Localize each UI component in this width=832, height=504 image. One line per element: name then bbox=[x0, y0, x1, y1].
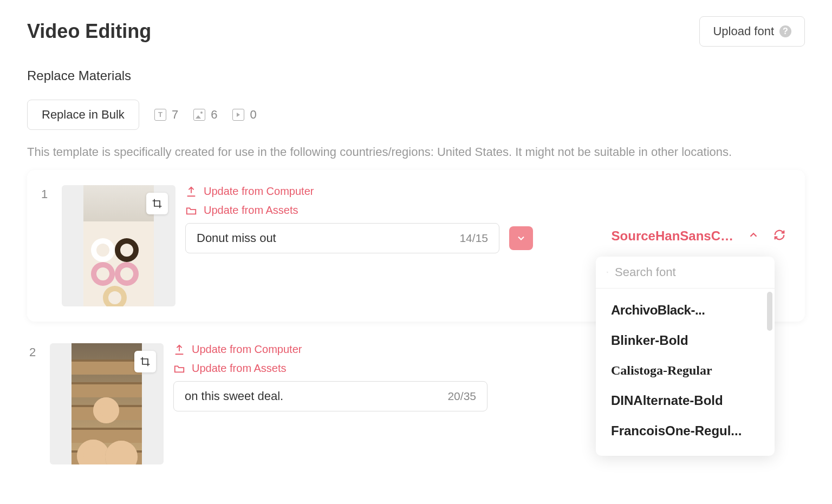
update-from-assets-label: Update from Assets bbox=[204, 204, 298, 217]
update-from-computer-link[interactable]: Update from Computer bbox=[185, 185, 791, 198]
page-title: Video Editing bbox=[27, 20, 151, 43]
font-option[interactable]: DINAlternate-Bold bbox=[596, 385, 775, 416]
refresh-icon bbox=[774, 229, 785, 241]
crop-icon bbox=[152, 198, 162, 209]
font-option[interactable]: Blinker-Bold bbox=[596, 325, 775, 356]
crop-button[interactable] bbox=[146, 193, 168, 214]
crop-button[interactable] bbox=[134, 351, 156, 372]
char-counter: 20/35 bbox=[447, 390, 476, 403]
material-index: 2 bbox=[29, 343, 40, 464]
collapse-font-button[interactable] bbox=[748, 229, 759, 243]
image-icon bbox=[193, 109, 205, 121]
font-search-input[interactable] bbox=[615, 265, 764, 279]
search-icon bbox=[607, 266, 608, 278]
upload-font-button[interactable]: Upload font ? bbox=[699, 16, 805, 47]
upload-icon bbox=[185, 186, 197, 198]
replace-in-bulk-button[interactable]: Replace in Bulk bbox=[27, 100, 139, 130]
svg-point-0 bbox=[607, 272, 608, 273]
font-dropdown: ArchivoBlack-... Blinker-Bold Calistoga-… bbox=[596, 257, 775, 456]
caption-input[interactable]: on this sweet deal. 20/35 bbox=[173, 381, 487, 411]
svg-line-1 bbox=[608, 272, 608, 273]
material-thumbnail[interactable] bbox=[62, 185, 176, 306]
image-count-value: 6 bbox=[211, 108, 217, 122]
text-icon bbox=[154, 109, 166, 121]
material-thumbnail[interactable] bbox=[50, 343, 164, 464]
text-count-stat: 7 bbox=[154, 108, 178, 122]
caption-value: on this sweet deal. bbox=[185, 389, 283, 403]
font-select[interactable]: SourceHanSansC… bbox=[612, 228, 733, 244]
font-option[interactable]: Calistoga-Regular bbox=[596, 356, 775, 385]
reset-font-button[interactable] bbox=[774, 229, 785, 243]
font-option[interactable]: ArchivoBlack-... bbox=[596, 295, 775, 325]
upload-font-label: Upload font bbox=[713, 24, 774, 38]
scrollbar-thumb[interactable] bbox=[767, 292, 772, 331]
update-from-computer-label: Update from Computer bbox=[192, 343, 302, 356]
region-note: This template is specifically created fo… bbox=[27, 145, 805, 159]
crop-icon bbox=[140, 356, 151, 367]
material-index: 1 bbox=[41, 185, 52, 306]
caption-value: Donut miss out bbox=[197, 231, 276, 245]
font-option[interactable]: FrancoisOne-Regul... bbox=[596, 416, 775, 446]
char-counter: 14/15 bbox=[459, 232, 488, 245]
update-from-assets-label: Update from Assets bbox=[192, 362, 287, 375]
material-card-1: 1 Update from Computer Update from Asset… bbox=[27, 170, 805, 322]
image-count-stat: 6 bbox=[193, 108, 217, 122]
help-icon[interactable]: ? bbox=[779, 25, 791, 37]
folder-icon bbox=[173, 363, 185, 375]
update-from-assets-link[interactable]: Update from Assets bbox=[185, 204, 791, 217]
video-count-value: 0 bbox=[250, 108, 256, 122]
expand-caption-button[interactable] bbox=[509, 226, 533, 250]
chevron-up-icon bbox=[748, 229, 759, 241]
caption-input[interactable]: Donut miss out 14/15 bbox=[185, 223, 499, 253]
chevron-down-icon bbox=[516, 233, 526, 244]
upload-icon bbox=[173, 344, 185, 356]
video-icon bbox=[232, 109, 244, 121]
section-subheading: Replace Materials bbox=[27, 68, 805, 83]
text-count-value: 7 bbox=[172, 108, 178, 122]
folder-icon bbox=[185, 205, 197, 217]
update-from-computer-label: Update from Computer bbox=[204, 185, 314, 198]
video-count-stat: 0 bbox=[232, 108, 256, 122]
